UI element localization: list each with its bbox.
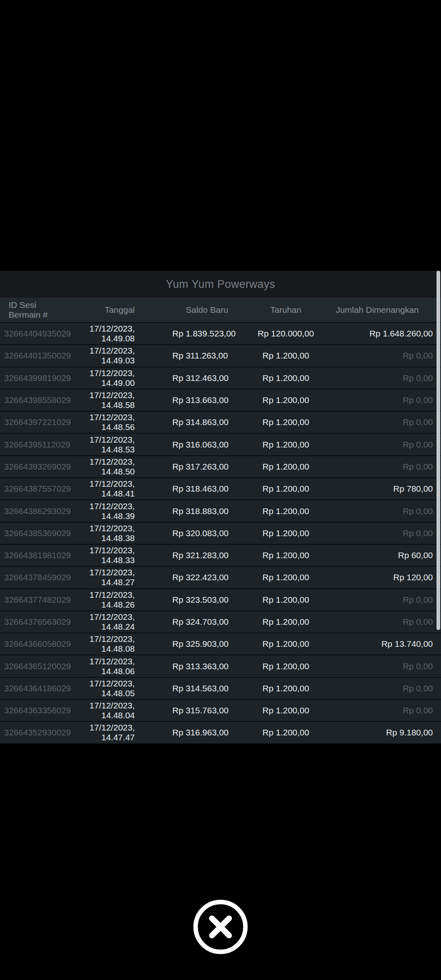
cell-balance: Rp 313.663,00 <box>135 395 253 405</box>
modal-title-bar: Yum Yum Powerways <box>0 271 441 298</box>
cell-bet: Rp 1.200,00 <box>253 373 318 383</box>
game-title: Yum Yum Powerways <box>166 278 275 291</box>
table-row[interactable]: 32664352930029 17/12/2023, 14.47.47 Rp 3… <box>0 721 441 743</box>
cell-date: 17/12/2023, 14.48.56 <box>69 412 135 432</box>
cell-bet: Rp 1.200,00 <box>253 484 318 494</box>
cell-date: 17/12/2023, 14.48.06 <box>69 657 135 676</box>
cell-session-id: 32664378459029 <box>0 572 69 582</box>
table-row[interactable]: 32664393269029 17/12/2023, 14.48.50 Rp 3… <box>0 455 441 477</box>
cell-balance: Rp 320.083,00 <box>135 528 253 538</box>
table-row[interactable]: 32664386293029 17/12/2023, 14.48.39 Rp 3… <box>0 499 441 521</box>
cell-bet: Rp 1.200,00 <box>253 395 318 405</box>
cell-date: 17/12/2023, 14.48.08 <box>69 634 135 654</box>
cell-win: Rp 0,00 <box>318 462 436 472</box>
cell-bet: Rp 1.200,00 <box>253 662 318 671</box>
close-button[interactable] <box>193 900 248 954</box>
column-header-bet: Taruhan <box>253 305 318 315</box>
cell-bet: Rp 1.200,00 <box>253 440 318 450</box>
cell-balance: Rp 323.503,00 <box>135 595 253 605</box>
cell-session-id: 32664401350029 <box>0 351 69 361</box>
cell-date: 17/12/2023, 14.48.38 <box>69 523 135 543</box>
table-row[interactable]: 32664364186029 17/12/2023, 14.48.05 Rp 3… <box>0 677 441 699</box>
column-header-date: Tanggal <box>69 305 135 315</box>
cell-win: Rp 0,00 <box>318 684 436 693</box>
column-header-win: Jumlah Dimenangkan <box>318 305 436 315</box>
cell-session-id: 32664352930029 <box>0 728 69 737</box>
cell-session-id: 32664364186029 <box>0 684 69 693</box>
cell-balance: Rp 316.063,00 <box>135 440 253 450</box>
cell-balance: Rp 1.839.523,00 <box>135 329 253 339</box>
cell-date: 17/12/2023, 14.49.00 <box>69 368 135 388</box>
table-row[interactable]: 32664398558029 17/12/2023, 14.48.58 Rp 3… <box>0 389 441 411</box>
cell-balance: Rp 313.363,00 <box>135 662 253 671</box>
cell-date: 17/12/2023, 14.48.39 <box>69 501 135 521</box>
cell-balance: Rp 314.563,00 <box>135 684 253 693</box>
cell-date: 17/12/2023, 14.47.47 <box>69 723 135 742</box>
cell-win: Rp 9.180,00 <box>318 728 436 737</box>
cell-win: Rp 0,00 <box>318 706 436 715</box>
cell-win: Rp 120,00 <box>318 572 436 582</box>
cell-balance: Rp 322.423,00 <box>135 572 253 582</box>
table-row[interactable]: 32664366058029 17/12/2023, 14.48.08 Rp 3… <box>0 633 441 655</box>
cell-session-id: 32664377482029 <box>0 595 69 605</box>
cell-balance: Rp 324.703,00 <box>135 617 253 627</box>
cell-date: 17/12/2023, 14.48.53 <box>69 435 135 454</box>
cell-bet: Rp 120.000,00 <box>253 329 318 339</box>
cell-balance: Rp 312.463,00 <box>135 373 253 383</box>
cell-date: 17/12/2023, 14.48.33 <box>69 546 135 565</box>
cell-session-id: 32664363356029 <box>0 706 69 715</box>
cell-session-id: 32664404935029 <box>0 329 69 339</box>
cell-win: Rp 0,00 <box>318 351 436 361</box>
cell-balance: Rp 315.763,00 <box>135 706 253 715</box>
cell-balance: Rp 317.263,00 <box>135 462 253 472</box>
cell-date: 17/12/2023, 14.48.05 <box>69 679 135 698</box>
cell-balance: Rp 316.963,00 <box>135 728 253 737</box>
table-row[interactable]: 32664363356029 17/12/2023, 14.48.04 Rp 3… <box>0 699 441 721</box>
scrollbar-thumb[interactable] <box>437 271 440 630</box>
cell-win: Rp 1.648.260,00 <box>318 329 436 339</box>
cell-date: 17/12/2023, 14.49.08 <box>69 324 135 343</box>
table-row[interactable]: 32664381981029 17/12/2023, 14.48.33 Rp 3… <box>0 544 441 566</box>
table-row[interactable]: 32664376563029 17/12/2023, 14.48.24 Rp 3… <box>0 610 441 633</box>
cell-balance: Rp 314.863,00 <box>135 417 253 427</box>
table-row[interactable]: 32664365120029 17/12/2023, 14.48.06 Rp 3… <box>0 655 441 677</box>
cell-balance: Rp 311.263,00 <box>135 351 253 361</box>
table-row[interactable]: 32664378459029 17/12/2023, 14.48.27 Rp 3… <box>0 566 441 588</box>
table-row[interactable]: 32664395112029 17/12/2023, 14.48.53 Rp 3… <box>0 433 441 455</box>
table-row[interactable]: 32664387557029 17/12/2023, 14.48.41 Rp 3… <box>0 477 441 499</box>
table-row[interactable]: 32664399819029 17/12/2023, 14.49.00 Rp 3… <box>0 367 441 389</box>
cell-win: Rp 780,00 <box>318 484 436 494</box>
cell-win: Rp 0,00 <box>318 373 436 383</box>
cell-date: 17/12/2023, 14.48.58 <box>69 390 135 410</box>
cell-date: 17/12/2023, 14.48.50 <box>69 457 135 477</box>
close-icon <box>193 900 248 954</box>
table-row[interactable]: 32664404935029 17/12/2023, 14.49.08 Rp 1… <box>0 322 441 344</box>
table-row[interactable]: 32664397221029 17/12/2023, 14.48.56 Rp 3… <box>0 411 441 433</box>
cell-bet: Rp 1.200,00 <box>253 351 318 361</box>
history-modal: Yum Yum Powerways ID Sesi Bermain # Tang… <box>0 271 441 744</box>
cell-balance: Rp 318.463,00 <box>135 484 253 494</box>
cell-date: 17/12/2023, 14.48.26 <box>69 590 135 610</box>
cell-bet: Rp 1.200,00 <box>253 706 318 715</box>
table-row[interactable]: 32664401350029 17/12/2023, 14.49.03 Rp 3… <box>0 344 441 366</box>
table-body: 32664404935029 17/12/2023, 14.49.08 Rp 1… <box>0 322 441 744</box>
cell-win: Rp 0,00 <box>318 617 436 627</box>
cell-win: Rp 0,00 <box>318 662 436 671</box>
column-header-balance: Saldo Baru <box>135 305 253 315</box>
cell-win: Rp 0,00 <box>318 506 436 516</box>
cell-win: Rp 0,00 <box>318 528 436 538</box>
cell-win: Rp 0,00 <box>318 440 436 450</box>
cell-session-id: 32664365120029 <box>0 662 69 671</box>
cell-balance: Rp 325.903,00 <box>135 639 253 649</box>
cell-session-id: 32664387557029 <box>0 484 69 494</box>
cell-bet: Rp 1.200,00 <box>253 595 318 605</box>
cell-date: 17/12/2023, 14.48.41 <box>69 479 135 499</box>
cell-session-id: 32664376563029 <box>0 617 69 627</box>
cell-bet: Rp 1.200,00 <box>253 506 318 516</box>
cell-bet: Rp 1.200,00 <box>253 572 318 582</box>
cell-session-id: 32664393269029 <box>0 462 69 472</box>
table-row[interactable]: 32664385369029 17/12/2023, 14.48.38 Rp 3… <box>0 522 441 544</box>
table-row[interactable]: 32664377482029 17/12/2023, 14.48.26 Rp 3… <box>0 588 441 610</box>
cell-bet: Rp 1.200,00 <box>253 417 318 427</box>
cell-session-id: 32664398558029 <box>0 395 69 405</box>
